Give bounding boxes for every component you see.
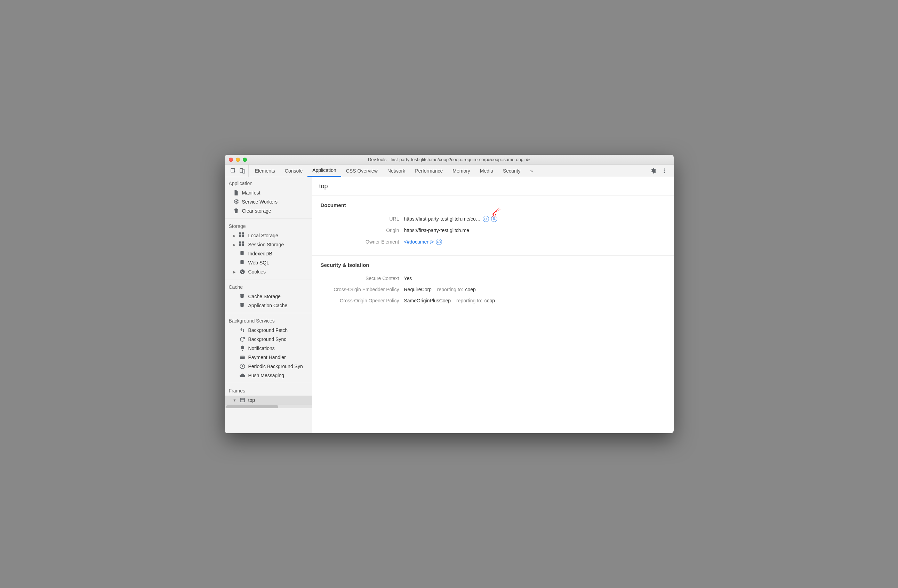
code-icon[interactable]: </> [436, 239, 442, 245]
database-icon [239, 293, 246, 300]
group-frames: Frames [224, 385, 312, 396]
cloud-icon [239, 372, 246, 379]
cookie-icon [239, 269, 246, 275]
owner-element-link[interactable]: <#document> [404, 239, 434, 245]
grid-icon [239, 232, 246, 239]
devtools-window: DevTools - first-party-test.glitch.me/co… [224, 155, 674, 433]
frame-icon [239, 397, 246, 403]
sidebar-item-periodic-sync[interactable]: ▶ Periodic Background Syn [224, 362, 312, 371]
inspect-icon[interactable] [230, 168, 237, 174]
tab-network[interactable]: Network [383, 165, 410, 177]
svg-rect-16 [240, 357, 245, 357]
grid-icon [239, 242, 246, 248]
sidebar-item-frame-top[interactable]: ▼ top [224, 396, 312, 405]
sidebar-item-push-messaging[interactable]: ▶ Push Messaging [224, 371, 312, 380]
sidebar-item-background-sync[interactable]: ▶ Background Sync [224, 335, 312, 344]
coop-value: SameOriginPlusCoep [404, 298, 451, 303]
group-cache: Cache [224, 281, 312, 292]
reveal-in-sources-icon[interactable]: ⊖ [483, 216, 489, 222]
close-window-button[interactable] [229, 158, 233, 162]
database-icon [239, 260, 246, 266]
tab-memory[interactable]: Memory [447, 165, 475, 177]
coep-reporting-prefix: reporting to: [437, 287, 463, 292]
coep-reporting-value: coep [465, 287, 475, 292]
tab-performance[interactable]: Performance [410, 165, 447, 177]
svg-rect-18 [240, 399, 244, 402]
tab-security[interactable]: Security [498, 165, 526, 177]
window-title: DevTools - first-party-test.glitch.me/co… [224, 157, 674, 162]
svg-point-10 [241, 271, 242, 271]
sidebar-item-cache-storage[interactable]: ▶ Cache Storage [224, 292, 312, 301]
card-icon [239, 354, 246, 360]
row-coop: Cross-Origin Opener Policy SameOriginPlu… [321, 295, 665, 306]
security-isolation-section: Security & Isolation Secure Context Yes … [312, 256, 674, 314]
sidebar-item-cookies[interactable]: ▶ Cookies [224, 267, 312, 276]
sidebar-item-indexeddb[interactable]: ▶ IndexedDB [224, 249, 312, 258]
tab-elements[interactable]: Elements [250, 165, 280, 177]
secure-context-value: Yes [404, 276, 412, 281]
kebab-menu-icon[interactable] [661, 168, 667, 174]
document-section: Document URL https://first-party-test.gl… [312, 196, 674, 256]
group-background-services: Background Services [224, 314, 312, 326]
tabs-overflow[interactable]: » [526, 165, 538, 177]
svg-point-5 [664, 172, 664, 173]
expand-icon[interactable]: ▶ [233, 234, 237, 238]
zoom-window-button[interactable] [243, 158, 247, 162]
bell-icon [239, 345, 246, 351]
coop-reporting-prefix: reporting to: [456, 298, 482, 303]
expand-icon[interactable]: ▶ [233, 243, 237, 247]
trash-icon [233, 208, 239, 214]
sidebar-item-session-storage[interactable]: ▶ Session Storage [224, 240, 312, 249]
titlebar: DevTools - first-party-test.glitch.me/co… [224, 155, 674, 165]
database-icon [239, 251, 246, 257]
sidebar-item-notifications[interactable]: ▶ Notifications [224, 344, 312, 353]
row-origin: Origin https://first-party-test.glitch.m… [321, 225, 665, 236]
tab-media[interactable]: Media [475, 165, 498, 177]
gear-icon [233, 199, 239, 205]
device-toggle-icon[interactable] [239, 168, 246, 174]
tab-application[interactable]: Application [308, 165, 341, 177]
sidebar-item-payment-handler[interactable]: ▶ Payment Handler [224, 353, 312, 362]
svg-rect-1 [240, 168, 243, 172]
devtools-tabbar: Elements Console Application CSS Overvie… [224, 165, 674, 177]
sidebar-item-manifest[interactable]: Manifest [224, 188, 312, 197]
collapse-icon[interactable]: ▼ [233, 399, 237, 402]
frame-title: top [312, 177, 674, 196]
file-icon [233, 189, 239, 196]
svg-point-11 [242, 271, 243, 271]
svg-point-3 [664, 168, 664, 169]
sidebar-item-local-storage[interactable]: ▶ Local Storage [224, 231, 312, 240]
frame-details-content[interactable]: top Document URL https://first-party-tes… [312, 177, 674, 433]
updown-icon [239, 327, 246, 333]
tab-css-overview[interactable]: CSS Overview [341, 165, 383, 177]
sidebar-item-clear-storage[interactable]: Clear storage [224, 206, 312, 215]
sidebar-item-application-cache[interactable]: ▶ Application Cache [224, 301, 312, 310]
coop-reporting-value: coop [484, 298, 495, 303]
clock-icon [239, 363, 246, 369]
database-icon [239, 302, 246, 309]
sidebar-horizontal-scrollbar[interactable] [224, 405, 312, 408]
sidebar-item-background-fetch[interactable]: ▶ Background Fetch [224, 326, 312, 335]
row-url: URL https://first-party-test.glitch.me/c… [321, 213, 665, 225]
expand-icon[interactable]: ▶ [233, 270, 237, 274]
row-owner-element: Owner Element <#document> </> [321, 236, 665, 248]
svg-point-4 [664, 170, 664, 171]
origin-value: https://first-party-test.glitch.me [404, 228, 469, 233]
settings-gear-icon[interactable] [650, 168, 656, 174]
url-value: https://first-party-test.glitch.me/co… [404, 216, 481, 222]
row-coep: Cross-Origin Embedder Policy RequireCorp… [321, 284, 665, 295]
section-heading-security: Security & Isolation [321, 262, 665, 268]
reveal-in-network-icon[interactable]: ⇅ [491, 216, 497, 222]
sync-icon [239, 336, 246, 342]
svg-rect-2 [242, 170, 244, 173]
sidebar-item-websql[interactable]: ▶ Web SQL [224, 258, 312, 267]
group-application: Application [224, 177, 312, 188]
tab-console[interactable]: Console [280, 165, 308, 177]
svg-point-12 [242, 272, 242, 273]
section-heading-document: Document [321, 202, 665, 208]
minimize-window-button[interactable] [236, 158, 240, 162]
application-sidebar[interactable]: Application Manifest Service Workers Cle… [224, 177, 312, 433]
coep-value: RequireCorp [404, 287, 432, 292]
sidebar-item-service-workers[interactable]: Service Workers [224, 197, 312, 206]
group-storage: Storage [224, 220, 312, 231]
